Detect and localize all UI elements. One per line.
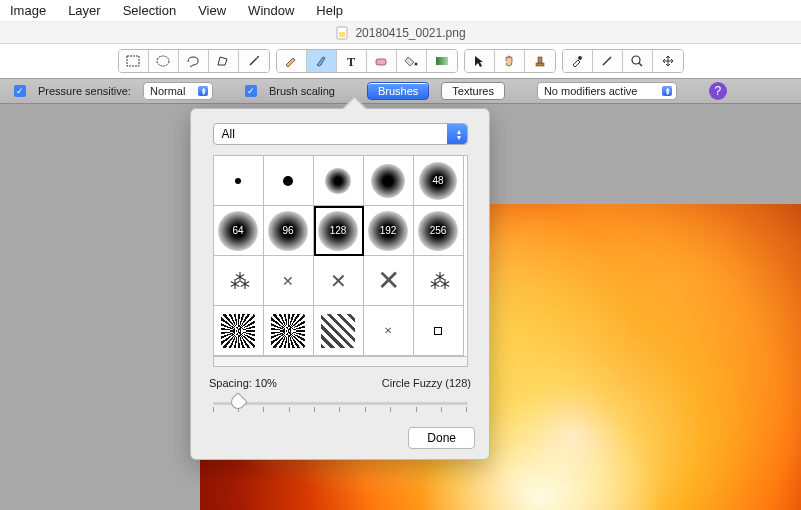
help-button[interactable]: ?	[709, 82, 727, 100]
gradient-tool[interactable]	[427, 50, 457, 72]
brush-cell[interactable]	[314, 156, 364, 206]
selection-tools	[118, 49, 270, 73]
pencil-tool[interactable]	[277, 50, 307, 72]
pointer-tool[interactable]	[465, 50, 495, 72]
text-tool[interactable]: T	[337, 50, 367, 72]
eraser-tool[interactable]	[367, 50, 397, 72]
svg-point-8	[415, 63, 418, 66]
brush-category-select[interactable]: All▴▾	[213, 123, 468, 145]
brush-cell[interactable]	[314, 306, 364, 356]
brush-preview-icon	[283, 176, 293, 186]
svg-rect-11	[538, 57, 542, 63]
svg-line-4	[250, 58, 257, 65]
brush-preview-icon: ✕	[330, 269, 347, 293]
brush-cell[interactable]: 48	[414, 156, 464, 206]
brush-grid: 486496128192256⁂✕✕✕⁂✕	[213, 155, 468, 367]
lasso-tool[interactable]	[179, 50, 209, 72]
modifiers-select[interactable]: No modifiers active▴▾	[537, 82, 677, 100]
svg-rect-2	[127, 56, 139, 66]
svg-point-5	[257, 56, 259, 58]
eyedropper-tool[interactable]	[563, 50, 593, 72]
pressure-label: Pressure sensitive:	[38, 85, 131, 97]
crop-tool[interactable]	[593, 50, 623, 72]
menu-help[interactable]: Help	[316, 3, 343, 18]
brush-cell[interactable]	[214, 306, 264, 356]
ellipse-select-tool[interactable]	[149, 50, 179, 72]
util-tools	[562, 49, 684, 73]
brush-preview-icon	[371, 164, 405, 198]
nav-tools	[464, 49, 556, 73]
brush-tool[interactable]	[307, 50, 337, 72]
brushes-button[interactable]: Brushes	[367, 82, 429, 100]
brush-cell[interactable]: ✕	[364, 256, 414, 306]
brush-preview-icon	[321, 314, 355, 348]
brush-preview-icon	[434, 327, 442, 335]
brush-cell[interactable]: 128	[314, 206, 364, 256]
brush-preview-icon: ⁂	[230, 269, 247, 293]
brush-preview-icon: ✕	[377, 264, 400, 297]
selected-brush-label: Circle Fuzzy (128)	[382, 377, 471, 389]
rect-select-tool[interactable]	[119, 50, 149, 72]
toolbar: T	[0, 44, 801, 78]
brush-cell[interactable]	[364, 156, 414, 206]
menu-layer[interactable]: Layer	[68, 3, 101, 18]
brush-scrollbar[interactable]	[214, 356, 467, 366]
menu-image[interactable]: Image	[10, 3, 46, 18]
brush-preview-icon: 256	[418, 211, 458, 251]
brush-preview-icon: ✕	[384, 325, 392, 336]
move-tool[interactable]	[653, 50, 683, 72]
document-icon	[335, 26, 349, 40]
pressure-mode-select[interactable]: Normal▴▾	[143, 82, 213, 100]
brush-cell[interactable]	[264, 156, 314, 206]
brush-cell[interactable]: ⁂	[214, 256, 264, 306]
svg-point-14	[632, 56, 640, 64]
svg-line-15	[639, 63, 642, 66]
brush-cell[interactable]	[214, 156, 264, 206]
brush-cell[interactable]: ✕	[314, 256, 364, 306]
wand-tool[interactable]	[239, 50, 269, 72]
options-bar: Pressure sensitive: Normal▴▾ Brush scali…	[0, 78, 801, 104]
svg-rect-10	[536, 63, 544, 66]
svg-rect-9	[436, 57, 448, 65]
menu-selection[interactable]: Selection	[123, 3, 176, 18]
zoom-tool[interactable]	[623, 50, 653, 72]
brush-cell[interactable]: ✕	[364, 306, 414, 356]
brush-cell[interactable]	[414, 306, 464, 356]
brush-cell[interactable]: 256	[414, 206, 464, 256]
brush-cell[interactable]	[264, 306, 314, 356]
brush-cell[interactable]: ✕	[264, 256, 314, 306]
svg-text:T: T	[347, 55, 355, 68]
pressure-checkbox[interactable]	[14, 85, 26, 97]
brush-preview-icon	[235, 178, 241, 184]
spacing-slider[interactable]	[213, 393, 468, 413]
brush-scaling-label: Brush scaling	[269, 85, 335, 97]
brush-scaling-checkbox[interactable]	[245, 85, 257, 97]
menu-view[interactable]: View	[198, 3, 226, 18]
brush-preview-icon	[325, 168, 351, 194]
svg-point-3	[157, 56, 169, 66]
brush-cell[interactable]: 64	[214, 206, 264, 256]
textures-button[interactable]: Textures	[441, 82, 505, 100]
brush-preview-icon: ✕	[282, 273, 294, 289]
svg-line-13	[603, 57, 611, 65]
paint-tools: T	[276, 49, 458, 73]
polygon-lasso-tool[interactable]	[209, 50, 239, 72]
svg-point-12	[578, 56, 582, 60]
menu-window[interactable]: Window	[248, 3, 294, 18]
titlebar: 20180415_0021.png	[0, 22, 801, 44]
brush-preview-icon: 64	[218, 211, 258, 251]
bucket-tool[interactable]	[397, 50, 427, 72]
brush-cell[interactable]: 192	[364, 206, 414, 256]
brush-cell[interactable]: 96	[264, 206, 314, 256]
hand-tool[interactable]	[495, 50, 525, 72]
brush-preview-icon: 192	[368, 211, 408, 251]
done-button[interactable]: Done	[408, 427, 475, 449]
brush-preview-icon	[221, 314, 255, 348]
stamp-tool[interactable]	[525, 50, 555, 72]
brushes-popover: All▴▾ 486496128192256⁂✕✕✕⁂✕ Spacing: 10%…	[190, 108, 490, 460]
brush-cell[interactable]: ⁂	[414, 256, 464, 306]
brush-preview-icon: 96	[268, 211, 308, 251]
svg-rect-1	[339, 32, 345, 37]
menubar: Image Layer Selection View Window Help	[0, 0, 801, 22]
brush-preview-icon: 48	[419, 162, 457, 200]
